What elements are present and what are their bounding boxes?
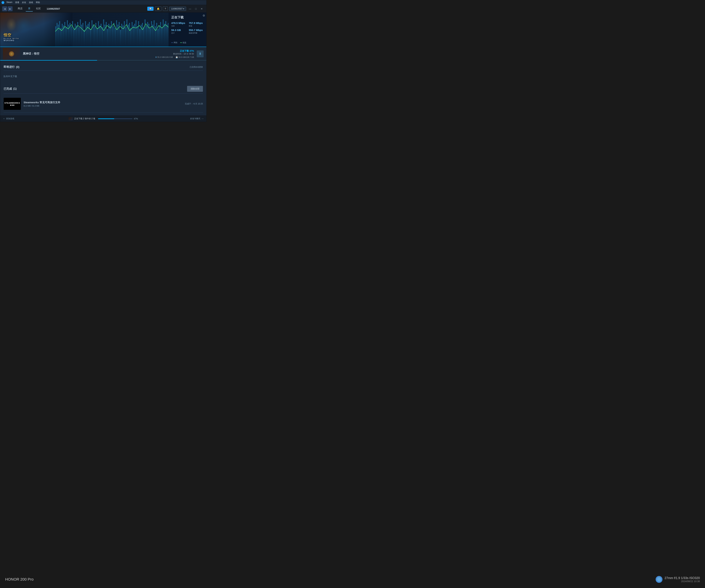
svg-rect-14: [73, 28, 74, 47]
svg-rect-70: [146, 26, 147, 47]
friends-chat-button[interactable]: 好友与聊天 ⋯: [190, 117, 204, 120]
queue-count: (0): [16, 65, 19, 69]
disk-usage-label: 磁盘使用量: [189, 32, 204, 34]
svg-rect-8: [65, 27, 66, 47]
svg-rect-45: [113, 23, 114, 47]
svg-rect-73: [150, 28, 151, 47]
svg-rect-18: [79, 27, 80, 47]
chart-area: [55, 16, 169, 47]
svg-rect-80: [159, 26, 160, 47]
bottom-download-text: 正在下载 2 项中的 2 项: [74, 117, 95, 120]
nav-tabs: 商店 库 社区: [15, 6, 43, 11]
svg-rect-74: [151, 21, 152, 47]
steamworks-text: STEAMWORKS: [4, 102, 20, 104]
clear-all-button[interactable]: 清除全部: [187, 86, 203, 92]
current-speed-stat: 478.5 Mbps 当前: [171, 21, 186, 27]
stats-panel: 正在下载 478.5 Mbps 当前 757.9 Mbps 峰值 59.3 GB…: [169, 12, 206, 47]
svg-rect-55: [127, 19, 128, 47]
current-download-item: 黑神话：悟空 正在下载 47% 剩余时间：18 分 48 秒 ⬇ 55.2 GB…: [0, 47, 206, 61]
svg-rect-53: [124, 21, 125, 47]
help-button[interactable]: ?: [163, 6, 168, 11]
bottom-progress-fill: [98, 119, 114, 119]
forward-button[interactable]: ▶: [8, 6, 12, 11]
current-speed-label: 当前: [171, 25, 186, 27]
bottom-game-thumb: [69, 117, 73, 120]
svg-rect-26: [89, 22, 90, 47]
steam-logo-icon: [2, 1, 4, 4]
svg-rect-51: [121, 24, 123, 47]
steamworks-dot-1: [10, 105, 11, 106]
close-button[interactable]: ✕: [199, 6, 204, 11]
back-button[interactable]: ◀: [2, 6, 7, 11]
svg-rect-67: [142, 23, 143, 47]
tab-community[interactable]: 社区: [34, 6, 43, 11]
menu-help[interactable]: 帮助: [36, 1, 40, 4]
steamworks-dot-3: [13, 105, 14, 106]
svg-rect-36: [102, 27, 103, 47]
completed-item-info: Steamworks 常见可再发行文件 81.0 MB / 81.0 MB: [23, 101, 182, 107]
chat-icon: ⋯: [201, 118, 204, 120]
pause-button[interactable]: ⏸: [197, 50, 204, 57]
peak-speed-label: 峰值: [189, 25, 204, 27]
settings-icon[interactable]: ⚙: [202, 14, 205, 17]
svg-rect-75: [152, 25, 153, 47]
tab-library[interactable]: 库: [26, 6, 33, 11]
add-game-button[interactable]: ＋ 添加游戏: [3, 117, 14, 120]
svg-rect-44: [112, 26, 113, 47]
svg-rect-34: [99, 26, 100, 47]
user-menu-button[interactable]: 1169825507 ▾: [169, 7, 186, 11]
disk-usage-stat: 550.7 Mbps 磁盘使用量: [189, 29, 204, 34]
menu-steam[interactable]: Steam: [6, 1, 12, 4]
svg-rect-46: [115, 28, 116, 47]
notification-button[interactable]: 🔔: [155, 6, 161, 11]
tab-store[interactable]: 商店: [15, 6, 25, 11]
svg-rect-83: [162, 19, 164, 47]
svg-rect-7: [64, 22, 65, 47]
auto-update-label: 已启用自动更新: [190, 66, 203, 68]
banner-chinese-title: 悟空: [4, 33, 19, 38]
friends-chat-label: 好友与聊天: [190, 117, 200, 120]
disk-size: 💾 60.9 GB/128.7 GB: [176, 56, 194, 58]
menu-games[interactable]: 游戏: [29, 1, 33, 4]
svg-rect-58: [130, 28, 131, 47]
completed-item: STEAMWORKS Steamworks 常见可再发行文件 81.0 MB /…: [4, 95, 203, 113]
maximize-button[interactable]: □: [193, 6, 198, 11]
svg-rect-84: [164, 24, 165, 47]
svg-rect-22: [84, 30, 85, 47]
peak-speed-stat: 757.9 Mbps 峰值: [189, 21, 204, 27]
download-status: 正在下载 47%: [155, 49, 194, 52]
svg-rect-77: [155, 26, 156, 47]
svg-rect-12: [71, 26, 72, 47]
disk-legend-icon: [180, 43, 182, 43]
nav-arrows: ◀ ▶: [2, 6, 12, 11]
svg-rect-39: [106, 22, 107, 47]
navbar: ◀ ▶ 商店 库 社区 1169825507 📢 🔔 ? 1169825507 …: [0, 5, 206, 12]
svg-rect-43: [111, 21, 112, 47]
nav-user-id: 1169825507: [47, 7, 60, 10]
steam-window: Steam 查看 好友 游戏 帮助 ◀ ▶ 商店 库 社区 1169825507…: [0, 0, 206, 122]
bottom-progress-bar: [98, 119, 132, 119]
bottom-percent: 47%: [134, 118, 138, 120]
current-game-thumbnail: [3, 48, 20, 60]
svg-rect-49: [119, 22, 120, 47]
announce-button[interactable]: 📢: [147, 7, 153, 11]
total-size-label: 总计: [171, 32, 186, 34]
menu-view[interactable]: 查看: [15, 1, 19, 4]
titlebar-menu: Steam 查看 好友 游戏 帮助: [6, 1, 40, 4]
svg-rect-33: [98, 21, 99, 47]
svg-rect-79: [157, 29, 158, 47]
svg-rect-68: [143, 27, 144, 47]
steamworks-dots: [10, 105, 14, 106]
plus-icon: ＋: [3, 117, 5, 120]
menu-friends[interactable]: 好友: [22, 1, 26, 4]
svg-rect-3: [59, 21, 60, 47]
svg-rect-81: [160, 22, 161, 47]
queue-title: 即将进行: [4, 65, 15, 69]
minimize-button[interactable]: —: [187, 6, 193, 11]
svg-rect-54: [125, 27, 126, 47]
nav-right: 📢 🔔 ? 1169825507 ▾ — □ ✕: [147, 6, 204, 11]
svg-rect-2: [58, 25, 59, 47]
queue-header: 即将进行 (0) 已启用自动更新: [4, 63, 203, 71]
svg-rect-0: [55, 26, 56, 47]
svg-rect-69: [145, 19, 146, 47]
